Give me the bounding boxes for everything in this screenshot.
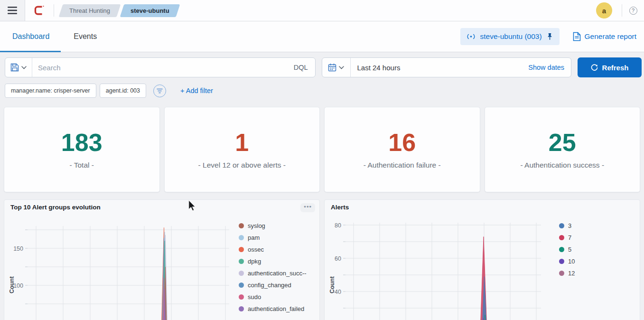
stat-label: - Authentication failure - [364,161,441,169]
area-chart: 806040 [325,200,640,320]
breadcrumb: Threat Hunting steve-ubuntu [61,4,178,17]
filter-options-icon[interactable] [153,85,166,97]
calendar-icon [328,63,336,72]
charts-row: Top 10 Alert groups evolution ••• Count … [4,199,640,320]
legend-color-dot [239,235,244,240]
module-tab-bar: Dashboard Events steve-ubuntu (003) Gene… [0,21,644,52]
legend-label: authentication_succ-- [248,270,307,277]
time-range-label[interactable]: Last 24 hours [351,64,529,72]
legend-color-dot [559,247,564,252]
stat-label: - Level 12 or above alerts - [198,161,286,169]
legend-item[interactable]: ossec [239,246,307,253]
refresh-icon [591,64,598,71]
legend-item[interactable]: 12 [559,270,575,277]
filter-pill-agent-id[interactable]: agent.id: 003 [100,84,146,98]
legend-color-dot [559,223,564,228]
divider [54,4,54,17]
legend-label: 7 [568,234,571,241]
app-logo[interactable] [25,5,54,16]
stat-label: - Total - [70,161,94,169]
search-input[interactable] [32,64,287,72]
panel-options-icon[interactable]: ••• [300,203,315,212]
legend-color-dot [239,282,244,288]
top-navigation-bar: Threat Hunting steve-ubuntu a ? [0,0,644,21]
signal-icon [467,33,476,40]
help-icon[interactable]: ? [622,0,644,21]
legend-color-dot [239,247,244,252]
chart-legend: 3751012 [559,222,575,277]
legend-label: 3 [568,222,571,229]
legend-label: 5 [568,246,571,253]
legend-label: 10 [568,258,575,265]
legend-item[interactable]: authentication_failed [239,305,307,312]
legend-item[interactable]: syslog [239,222,307,229]
search-box: DQL [5,57,316,77]
legend-color-dot [239,306,244,311]
agent-selector-label: steve-ubuntu (003) [480,32,541,41]
stat-card-level12: 1 - Level 12 or above alerts - [164,107,320,192]
date-picker: Last 24 hours Show dates [322,57,572,77]
legend-item[interactable]: config_changed [239,282,307,289]
panel-title: Top 10 Alert groups evolution [10,204,101,211]
pin-icon[interactable] [546,33,553,40]
panel-title: Alerts [331,204,349,211]
date-quick-select-button[interactable] [322,58,351,77]
legend-item[interactable]: 3 [559,222,575,229]
y-axis-label: Count [329,271,336,299]
svg-text:60: 60 [335,255,341,262]
tab-dashboard[interactable]: Dashboard [0,21,61,52]
legend-item[interactable]: authentication_succ-- [239,270,307,277]
avatar[interactable]: a [596,2,612,19]
svg-text:40: 40 [335,289,341,295]
breadcrumb-module[interactable]: Threat Hunting [61,4,119,17]
refresh-button[interactable]: Refresh [578,57,642,77]
saved-queries-button[interactable] [5,58,32,77]
stat-card-auth-success: 25 - Authentication success - [485,107,641,192]
hamburger-menu-icon[interactable] [0,0,25,21]
legend-item[interactable]: 7 [559,234,575,241]
legend-item[interactable]: 10 [559,258,575,265]
panel-alerts: Alerts Count 806040 3751012 [324,199,640,320]
legend-item[interactable]: sudo [239,293,307,301]
legend-color-dot [239,294,244,300]
legend-item[interactable]: pam [239,234,307,241]
generate-report-button[interactable]: Generate report [573,32,636,41]
legend-color-dot [559,259,564,264]
chevron-down-icon [21,66,27,69]
legend-label: ossec [248,246,264,253]
stat-card-total: 183 - Total - [4,107,160,192]
legend-color-dot [559,235,564,240]
legend-label: config_changed [248,282,291,289]
legend-color-dot [239,271,244,276]
query-bar: DQL Last 24 hours Show dates Refresh [5,57,642,77]
legend-label: pam [248,234,260,241]
agent-selector-pill[interactable]: steve-ubuntu (003) [460,28,559,45]
add-filter-button[interactable]: + Add filter [180,87,213,94]
legend-label: 12 [568,270,575,277]
stat-value: 183 [61,130,103,155]
stat-value: 1 [235,130,249,155]
show-dates-button[interactable]: Show dates [528,64,571,71]
legend-label: syslog [248,222,265,229]
legend-label: dpkg [248,258,261,265]
legend-color-dot [239,259,244,264]
stat-value: 16 [388,130,416,155]
legend-label: sudo [248,293,261,301]
legend-item[interactable]: dpkg [239,258,307,265]
tab-events[interactable]: Events [61,21,110,52]
query-language-button[interactable]: DQL [287,64,315,71]
legend-label: authentication_failed [248,305,304,312]
y-axis-label: Count [9,271,15,299]
stat-label: - Authentication success - [520,161,604,169]
report-document-icon [573,32,581,41]
stat-value: 25 [549,130,576,155]
chevron-down-icon [339,66,344,69]
stat-cards-row: 183 - Total - 1 - Level 12 or above aler… [4,107,640,192]
chart-legend: syslogpamossecdpkgauthentication_succ--c… [239,222,307,312]
legend-color-dot [559,271,564,276]
svg-text:150: 150 [13,245,23,252]
legend-item[interactable]: 5 [559,246,575,253]
breadcrumb-agent[interactable]: steve-ubuntu [122,4,178,17]
filter-pill-manager-name[interactable]: manager.name: crisper-server [5,84,96,98]
legend-color-dot [239,223,244,228]
